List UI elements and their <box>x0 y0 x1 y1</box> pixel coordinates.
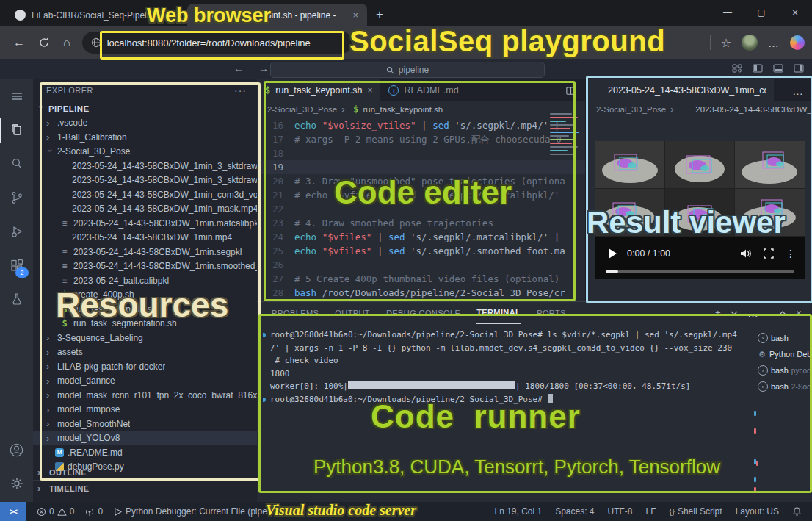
maximize-panel-icon[interactable] <box>779 310 786 316</box>
explorer-item[interactable]: ≡2023-05-24_14-43-58CBxDW_1min.matcalibp… <box>33 216 257 231</box>
video-progress-bar[interactable] <box>606 270 794 273</box>
terminal-list-item[interactable]: ›bash2-Soci... <box>758 378 811 395</box>
panel-tab-output[interactable]: OUTPUT <box>335 302 370 323</box>
play-icon[interactable] <box>609 248 617 259</box>
explorer-item[interactable]: M.README.md <box>33 445 257 460</box>
close-panel-icon[interactable]: × <box>796 307 802 318</box>
browser-menu-icon[interactable]: … <box>768 37 780 49</box>
explorer-item[interactable]: 2023-05-24_14-43-58CBxDW_1min_3_sktdraw_… <box>33 159 257 173</box>
command-center[interactable]: pipeline <box>270 62 545 78</box>
terminal-list-item[interactable]: ›bashpycoco... <box>758 362 811 378</box>
account-icon[interactable] <box>0 433 33 467</box>
timeline-section[interactable]: › TIMELINE <box>33 480 257 496</box>
explorer-item[interactable]: ›model_mmpose <box>33 403 257 417</box>
home-icon[interactable]: ⌂ <box>63 36 70 49</box>
reload-icon[interactable] <box>38 37 50 48</box>
panel-tab-ports[interactable]: PORTS <box>537 302 566 323</box>
explorer-item[interactable]: ›3-Sequence_Labeling <box>33 331 257 345</box>
language-mode[interactable]: {} Shell Script <box>670 506 722 517</box>
explorer-item[interactable]: ›LILAB-pkg-patch-for-docker <box>33 359 257 374</box>
browser-tab-code-server[interactable]: C▪ run_task_keypoint.sh - pipeline - × <box>187 4 367 26</box>
explorer-item[interactable]: 2023-05-24_14-43-58CBxDW_1min_3_sktdraw_… <box>33 173 257 188</box>
outline-section[interactable]: › OUTLINE <box>33 464 257 480</box>
explorer-item[interactable]: ›assets <box>33 345 257 360</box>
close-tab-icon[interactable]: × <box>351 10 360 21</box>
fullscreen-icon[interactable] <box>764 248 774 259</box>
minimize-button[interactable]: — <box>711 7 744 18</box>
explorer-icon[interactable] <box>0 113 33 147</box>
ports-status[interactable]: 0 <box>84 506 103 517</box>
volume-icon[interactable] <box>740 248 752 259</box>
explorer-more-actions-icon[interactable]: ··· <box>234 85 247 96</box>
customize-layout-icon[interactable] <box>731 62 743 74</box>
search-icon[interactable] <box>0 147 33 181</box>
minimap[interactable] <box>550 113 582 166</box>
video-player[interactable]: 0:00 / 1:00 ⋮ <box>595 141 805 279</box>
breadcrumb[interactable]: 2-Social_3D_Pose › $ run_task_keypoint.s… <box>257 101 585 117</box>
close-window-button[interactable]: × <box>778 7 812 18</box>
panel-more-actions-icon[interactable]: … <box>747 306 759 319</box>
remote-indicator[interactable]: >< <box>0 502 26 521</box>
history-forward-icon[interactable]: → <box>258 62 269 74</box>
explorer-item[interactable]: ≡2023-05-24_ball.calibpkl <box>33 273 257 288</box>
editor-tab-run-task-keypoint[interactable]: $ run_task_keypoint.sh × <box>257 79 380 101</box>
viewer-tab-video[interactable]: 2023-05-24_14-43-58CBxDW_1min_com3d_v... <box>586 79 774 101</box>
explorer-item[interactable]: $run_task_segmentation.sh <box>33 317 257 331</box>
new-tab-button[interactable]: + <box>367 7 394 26</box>
explorer-item[interactable]: ›model_SmoothNet <box>33 417 257 431</box>
explorer-item[interactable]: 2023-05-24_14-43-58CBxDW_1min.mp4 <box>33 231 257 245</box>
toggle-sidebar-icon[interactable] <box>752 62 764 74</box>
keyboard-layout[interactable]: Layout: US <box>736 506 779 517</box>
explorer-item[interactable]: ›.vscode <box>33 116 257 131</box>
url-bar[interactable]: localhost:8080/?folder=/root/Downloads/p… <box>82 32 352 54</box>
encoding[interactable]: UTF-8 <box>608 506 633 517</box>
eol[interactable]: LF <box>646 506 656 517</box>
back-icon[interactable]: ← <box>13 36 25 49</box>
explorer-item[interactable]: $create_400p.sh <box>33 288 257 303</box>
maximize-button[interactable]: ▢ <box>744 7 778 18</box>
profile-avatar[interactable] <box>742 35 758 51</box>
close-editor-icon[interactable]: × <box>367 85 372 96</box>
source-control-icon[interactable] <box>0 181 33 215</box>
debugger-status[interactable]: Python Debugger: Current File (pipeline) <box>113 506 283 517</box>
explorer-item[interactable]: ›2-Social_3D_Pose <box>33 145 257 159</box>
explorer-item[interactable]: ›model_YOLOv8 <box>33 431 257 446</box>
settings-gear-icon[interactable] <box>0 467 33 500</box>
copilot-icon[interactable] <box>790 35 805 50</box>
editor-tab-readme[interactable]: i README.md <box>380 79 466 101</box>
explorer-item[interactable]: ›model_mask_rcnn_r101_fpn_2x_coco_bwrat_… <box>33 388 257 403</box>
terminal[interactable]: root@32680d41b6a0:~/Downloads/pipeline/2… <box>263 328 755 503</box>
favorites-icon[interactable]: ☆ <box>721 36 731 50</box>
close-tab-icon[interactable]: × <box>171 10 180 21</box>
explorer-item[interactable]: ›1-Ball_Calibration <box>33 130 257 145</box>
explorer-item[interactable]: ≡2023-05-24_14-43-58CBxDW_1min.segpkl <box>33 245 257 259</box>
indentation[interactable]: Spaces: 4 <box>555 506 594 517</box>
cursor-position[interactable]: Ln 19, Col 1 <box>494 506 542 517</box>
explorer-item[interactable]: ≡2023-05-24_14-43-58CBxDW_1min.smoothed_… <box>33 259 257 274</box>
kebab-menu-icon[interactable]: ⋮ <box>786 248 796 259</box>
explorer-item[interactable]: ›model_dannce <box>33 374 257 389</box>
split-editor-icon[interactable] <box>565 85 576 96</box>
explorer-item[interactable]: $run_task_keypoint.sh <box>33 302 257 317</box>
terminal-list-item[interactable]: ⚙Python Deb... <box>758 346 811 362</box>
terminal-list-item[interactable]: ›bash <box>758 330 811 346</box>
run-debug-icon[interactable] <box>0 215 33 248</box>
extensions-icon[interactable]: 2 <box>0 248 33 282</box>
panel-tab-terminal[interactable]: TERMINAL <box>476 302 521 324</box>
menu-icon[interactable] <box>0 79 33 113</box>
viewer-more-actions-icon[interactable]: … <box>792 85 804 97</box>
code-editor[interactable]: 16echo "$volsize_vtiles" | sed 's/.segpk… <box>257 118 585 300</box>
testing-icon[interactable] <box>0 282 33 316</box>
browser-tab-github[interactable]: LiLab-CIBR/Social_Seq-Pipeline-P × <box>7 4 187 26</box>
problems-status[interactable]: 0 0 <box>37 506 74 517</box>
viewer-breadcrumb[interactable]: 2-Social_3D_Pose › 2023-05-24_14-43-58CB… <box>586 101 812 117</box>
panel-tab-debug-console[interactable]: DEBUG CONSOLE <box>386 302 460 323</box>
explorer-item[interactable]: 2023-05-24_14-43-58CBxDW_1min_mask.mp4 <box>33 202 257 217</box>
new-terminal-icon[interactable]: + <box>715 307 721 318</box>
history-back-icon[interactable]: ← <box>233 62 244 74</box>
toggle-panel-icon[interactable] <box>772 62 784 74</box>
chevron-down-icon[interactable] <box>731 310 738 316</box>
explorer-item[interactable]: 2023-05-24_14-43-58CBxDW_1min_com3d_vol2… <box>33 187 257 202</box>
panel-tab-problems[interactable]: PROBLEMS <box>272 302 319 323</box>
toggle-secondary-sidebar-icon[interactable] <box>793 62 805 74</box>
